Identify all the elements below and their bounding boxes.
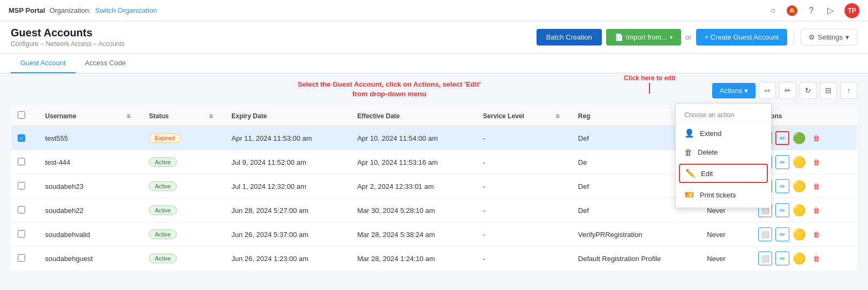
breadcrumb-configure[interactable]: Configure xyxy=(11,40,39,48)
switch-org-link[interactable]: Switch Organization xyxy=(95,6,157,14)
table-toolbar: Click here to edit Actions ▾ ⇿ ✏ ↻ ⊟ ↑ C… xyxy=(11,82,857,99)
delete-row-button[interactable]: 🗑 xyxy=(809,131,823,145)
cell-username: soudabehvalid xyxy=(39,223,120,247)
cell-filter-spacer xyxy=(120,150,143,174)
import-icon: 📄 xyxy=(615,33,623,41)
cell-service: - xyxy=(477,247,549,271)
cell-effective: Mar 30, 2024 5:28:10 am xyxy=(351,199,477,223)
export-icon: ↑ xyxy=(847,86,851,95)
extend-icon: 👤 xyxy=(684,128,695,138)
toggle-icon[interactable]: 🟡 xyxy=(792,156,806,169)
actions-dropdown: Choose an action 👤 Extend 🗑 Delete ✏️ Ed… xyxy=(675,103,772,208)
cell-status-filter-spacer xyxy=(203,223,225,247)
col-service-filter[interactable]: ≡ xyxy=(549,106,572,126)
cell-status: Active xyxy=(142,199,202,223)
filter-columns-button[interactable]: ⇿ xyxy=(759,82,776,99)
cell-expiry: Jul 9, 2024 11:52:00 am xyxy=(225,150,351,174)
expand-icon-button[interactable]: ⬜ xyxy=(758,227,772,241)
cell-status: Expired xyxy=(142,126,202,150)
edit-icon-button[interactable]: ✏ xyxy=(775,203,789,217)
batch-creation-button[interactable]: Batch Creation xyxy=(537,29,602,45)
import-from-button[interactable]: 📄 Import from... ▾ xyxy=(606,29,681,45)
search-icon[interactable]: ○ xyxy=(767,5,778,16)
row-checkbox[interactable] xyxy=(18,182,25,189)
user-avatar[interactable]: TP xyxy=(844,3,859,18)
col-effective: Effective Date xyxy=(351,106,477,126)
edit-icon-button[interactable]: ✏ xyxy=(775,227,789,241)
tab-guest-account[interactable]: Guest Account xyxy=(11,54,76,73)
toggle-icon[interactable]: 🟡 xyxy=(792,252,806,265)
cell-filter-spacer xyxy=(120,199,143,223)
toggle-icon[interactable]: 🟡 xyxy=(792,204,806,217)
cell-username: test555 xyxy=(39,126,120,150)
tab-access-code[interactable]: Access Code xyxy=(76,54,136,73)
refresh-button[interactable]: ↻ xyxy=(799,82,817,99)
settings-button[interactable]: ⚙ Settings ▾ xyxy=(801,29,857,45)
dropdown-delete[interactable]: 🗑 Delete xyxy=(676,143,771,162)
toggle-icon[interactable]: 🟡 xyxy=(792,228,806,241)
refresh-icon: ↻ xyxy=(805,86,811,95)
edit-icon-button[interactable]: ✏ xyxy=(775,251,789,265)
cell-status: Active xyxy=(142,247,202,271)
toggle-icon[interactable]: 🟡 xyxy=(792,180,806,193)
forward-icon[interactable]: ▷ xyxy=(825,5,836,16)
delete-row-button[interactable]: 🗑 xyxy=(809,203,823,217)
or-text: or xyxy=(685,33,692,41)
notification-icon[interactable]: 🔔 xyxy=(787,5,797,16)
toggle-icon[interactable]: 🟢 xyxy=(792,132,806,144)
import-caret-icon: ▾ xyxy=(670,34,673,40)
cell-expiry: Apr 11, 2024 11:53:00 am xyxy=(225,126,351,150)
row-checkbox[interactable] xyxy=(18,158,25,165)
tabs-bar: Guest Account Access Code xyxy=(0,54,868,73)
column-settings-button[interactable]: ⊟ xyxy=(820,82,837,99)
cell-username: soudabehguest xyxy=(39,247,120,271)
edit-icon-button[interactable]: ✏ xyxy=(775,155,789,169)
col-status: Status xyxy=(142,106,202,126)
status-badge: Active xyxy=(149,205,177,215)
edit-icon-button[interactable]: ✏ xyxy=(775,179,789,193)
delete-row-button[interactable]: 🗑 xyxy=(809,227,823,241)
cell-svc-filter-spacer xyxy=(549,126,572,150)
cell-service: - xyxy=(477,174,549,199)
dropdown-extend[interactable]: 👤 Extend xyxy=(676,124,771,143)
settings-icon: ⚙ xyxy=(809,33,815,41)
row-checkbox[interactable] xyxy=(18,254,25,262)
cell-username: test-444 xyxy=(39,150,120,174)
dropdown-print-tickets[interactable]: 🎫 Print tickets xyxy=(676,185,771,204)
edit-menu-icon: ✏️ xyxy=(685,169,696,178)
breadcrumb-accounts[interactable]: Accounts xyxy=(98,40,124,48)
delete-row-button[interactable]: 🗑 xyxy=(809,251,823,265)
settings-caret-icon: ▾ xyxy=(846,33,849,41)
portal-label: MSP Portal xyxy=(9,6,45,14)
col-status-filter[interactable]: ≡ xyxy=(203,106,225,126)
content-area: Select the Guest Account, click on Actio… xyxy=(0,73,868,279)
edit-icon: ✏ xyxy=(784,86,791,95)
cell-reg: Default Registration Profile xyxy=(572,247,701,271)
breadcrumb-network-access[interactable]: Network Access xyxy=(46,40,91,48)
status-badge: Active xyxy=(149,157,177,167)
delete-row-button[interactable]: 🗑 xyxy=(809,155,823,169)
cell-status-filter-spacer xyxy=(203,174,225,199)
dropdown-edit[interactable]: ✏️ Edit xyxy=(679,164,768,183)
help-icon[interactable]: ? xyxy=(806,5,817,16)
create-guest-account-button[interactable]: + Create Guest Account xyxy=(696,29,787,45)
edit-icon-button[interactable]: ✏ xyxy=(775,131,789,145)
cell-filter-spacer xyxy=(120,247,143,271)
row-checkbox[interactable] xyxy=(18,206,25,213)
select-all-checkbox[interactable] xyxy=(18,111,25,119)
row-checkbox-checked[interactable]: ✓ xyxy=(18,134,25,142)
export-button[interactable]: ↑ xyxy=(840,82,857,99)
divider xyxy=(794,30,794,45)
row-checkbox[interactable] xyxy=(18,230,25,238)
edit-toolbar-button[interactable]: ✏ xyxy=(779,82,796,99)
breadcrumb: Configure – Network Access – Accounts xyxy=(11,40,125,48)
col-username-filter[interactable]: ≡ xyxy=(120,106,143,126)
cell-username: soudabeh23 xyxy=(39,174,120,199)
cell-filter-spacer xyxy=(120,174,143,199)
expand-icon-button[interactable]: ⬜ xyxy=(758,251,772,265)
actions-button[interactable]: Actions ▾ xyxy=(712,83,756,98)
cell-service: - xyxy=(477,223,549,247)
delete-row-button[interactable]: 🗑 xyxy=(809,179,823,193)
cell-effective: Apr 10, 2024 11:54:00 am xyxy=(351,126,477,150)
cell-svc-filter-spacer xyxy=(549,174,572,199)
